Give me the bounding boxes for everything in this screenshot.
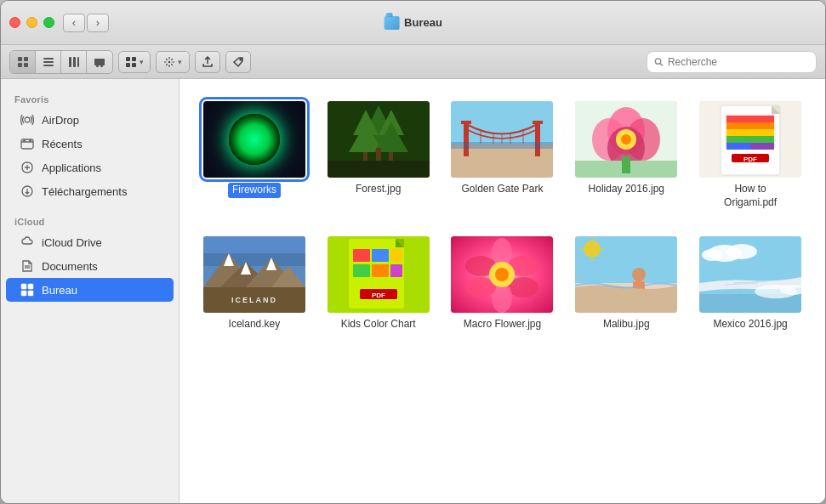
svg-rect-4 (43, 58, 54, 59)
main-area: Favoris AirDrop (1, 79, 825, 503)
file-item-fireworks[interactable]: Fireworks (197, 96, 312, 214)
sidebar-item-bureau[interactable]: Bureau (6, 278, 174, 302)
folder-icon (384, 16, 399, 30)
file-thumb-forest (328, 101, 430, 178)
minimize-button[interactable] (26, 17, 37, 28)
window-title: Bureau (384, 16, 442, 30)
svg-rect-8 (73, 57, 76, 67)
file-item-origami[interactable]: PDF How to Origami.pdf (692, 96, 808, 214)
svg-rect-102 (372, 264, 389, 277)
bureau-icon (20, 282, 35, 297)
applications-icon (20, 160, 35, 175)
svg-point-18 (240, 59, 242, 60)
search-box[interactable] (647, 51, 817, 73)
file-thumb-mexico (699, 236, 801, 313)
file-item-forest[interactable]: Forest.jpg (321, 96, 436, 214)
file-item-iceland[interactable]: ICELAND Iceland.key (197, 231, 312, 337)
svg-rect-5 (43, 61, 54, 63)
toolbar: ▾ ▾ (1, 45, 825, 79)
svg-rect-16 (132, 63, 136, 67)
svg-rect-42 (389, 152, 393, 161)
file-thumb-origami: PDF (699, 101, 801, 178)
svg-point-124 (726, 244, 757, 259)
label-button[interactable] (225, 51, 251, 73)
sidebar-section-favoris: Favoris (1, 88, 179, 108)
svg-point-24 (24, 140, 26, 142)
svg-point-17 (168, 60, 170, 62)
sidebar-item-documents-label: Documents (42, 260, 98, 273)
sidebar-item-bureau-label: Bureau (42, 284, 77, 297)
svg-point-25 (30, 140, 31, 142)
file-name-fireworks: Fireworks (228, 183, 281, 198)
finder-window: ‹ › Bureau (0, 0, 826, 504)
svg-rect-14 (132, 57, 136, 61)
file-thumb-holiday (575, 101, 677, 178)
sidebar-item-icloud-drive-label: iCloud Drive (42, 236, 102, 249)
arrange-button[interactable]: ▾ (118, 51, 151, 73)
action-button[interactable]: ▾ (156, 51, 190, 73)
svg-rect-13 (126, 57, 130, 61)
file-item-kids-color[interactable]: PDF Kids Color Chart (321, 231, 436, 337)
close-button[interactable] (9, 17, 20, 28)
file-name-mexico: Mexico 2016.jpg (713, 318, 787, 331)
view-cover-button[interactable] (87, 51, 112, 73)
svg-rect-99 (372, 249, 389, 262)
icloud-drive-icon (20, 235, 35, 250)
file-thumb-malibu (575, 236, 677, 313)
svg-rect-11 (96, 65, 99, 67)
sidebar-item-telechargements[interactable]: Téléchargements (6, 179, 174, 203)
file-name-malibu: Malibu.jpg (603, 318, 650, 331)
svg-rect-101 (353, 264, 370, 277)
file-thumb-fireworks (203, 101, 305, 178)
view-list-button[interactable] (36, 51, 61, 73)
svg-point-125 (702, 249, 722, 261)
sidebar-item-documents[interactable]: Documents (6, 254, 174, 278)
svg-rect-7 (69, 57, 71, 67)
file-name-origami: How to Origami.pdf (724, 183, 777, 209)
file-name-forest: Forest.jpg (356, 183, 401, 196)
svg-rect-29 (21, 284, 26, 289)
svg-rect-41 (363, 152, 367, 161)
sidebar: Favoris AirDrop (1, 79, 179, 503)
svg-rect-2 (18, 63, 22, 67)
svg-text:PDF: PDF (743, 156, 757, 163)
sidebar-item-recents-label: Récents (42, 138, 83, 150)
file-item-mexico[interactable]: Mexico 2016.jpg (692, 231, 808, 337)
svg-rect-75 (726, 136, 774, 143)
back-button[interactable]: ‹ (63, 14, 85, 32)
sidebar-item-applications[interactable]: Applications (6, 156, 174, 179)
file-grid: Fireworks (197, 96, 808, 337)
svg-rect-6 (43, 65, 54, 66)
svg-point-117 (584, 241, 601, 258)
search-icon (654, 57, 664, 67)
svg-rect-40 (376, 148, 381, 161)
forward-button[interactable]: › (87, 14, 109, 32)
svg-rect-30 (28, 284, 33, 289)
view-columns-button[interactable] (61, 51, 87, 73)
sidebar-item-icloud-drive[interactable]: iCloud Drive (6, 230, 174, 254)
svg-rect-73 (726, 122, 774, 129)
file-name-kids-color: Kids Color Chart (341, 318, 416, 331)
maximize-button[interactable] (43, 17, 54, 28)
file-item-holiday[interactable]: Holiday 2016.jpg (568, 96, 684, 214)
svg-rect-9 (77, 57, 79, 67)
sidebar-item-airdrop[interactable]: AirDrop (6, 108, 174, 132)
search-input[interactable] (668, 56, 809, 68)
view-icon-button[interactable] (10, 51, 36, 73)
file-name-iceland: Iceland.key (229, 318, 281, 331)
svg-rect-43 (328, 161, 430, 178)
file-item-macro-flower[interactable]: Macro Flower.jpg (445, 231, 561, 337)
sidebar-item-telechargements-label: Téléchargements (42, 185, 127, 198)
sidebar-item-recents[interactable]: Récents (6, 132, 174, 156)
sidebar-section-icloud: iCloud (1, 210, 179, 230)
file-item-malibu[interactable]: Malibu.jpg (568, 231, 684, 337)
recents-icon (20, 136, 35, 151)
file-item-golden-gate[interactable]: Golden Gate Park (445, 96, 561, 214)
action-chevron: ▾ (178, 58, 182, 66)
svg-rect-100 (390, 249, 402, 262)
airdrop-icon (20, 112, 35, 127)
share-button[interactable] (195, 51, 220, 73)
svg-line-20 (660, 63, 663, 65)
downloads-icon (20, 184, 35, 199)
svg-point-64 (621, 134, 631, 144)
